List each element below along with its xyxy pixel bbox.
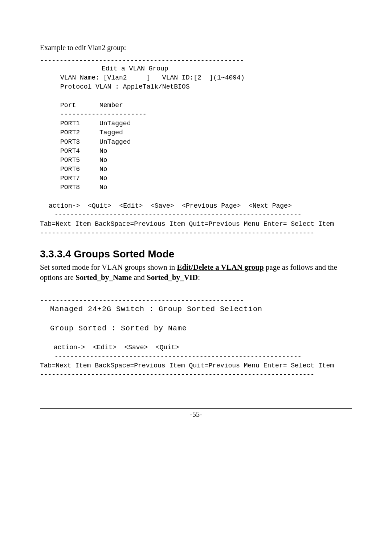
block1-top-dashes: ----------------------------------------…	[40, 57, 352, 64]
page-number: -55-	[40, 408, 352, 419]
block2-title-line: Managed 24+2G Switch : Group Sorted Sele…	[40, 304, 352, 314]
table-row: PORT6 No	[40, 165, 352, 174]
para-end: :	[198, 273, 200, 282]
block2-bottom-dash: ----------------------------------------…	[40, 370, 352, 379]
table-row: PORT4 No	[40, 147, 352, 156]
table-row: PORT7 No	[40, 174, 352, 183]
para-bold2: Sorted_by_VID	[147, 273, 198, 282]
para-bold1: Sorted_by_Name	[75, 273, 132, 282]
block1-title: Edit a VLAN Group	[40, 64, 352, 73]
port-table-header: Port Member	[40, 101, 352, 110]
block1-action-line: action-> <Quit> <Edit> <Save> <Previous …	[40, 201, 352, 211]
intro-text: Example to edit Vlan2 group:	[40, 44, 352, 52]
section-paragraph: Set sorted mode for VLAN groups shown in…	[40, 262, 352, 283]
table-row: PORT5 No	[40, 156, 352, 165]
table-row: PORT2 Tagged	[40, 128, 352, 137]
port-table-dash: ----------------------	[40, 110, 352, 119]
block1-bottom-dash: ----------------------------------------…	[40, 229, 352, 238]
block1-inner-dash: ----------------------------------------…	[40, 211, 352, 220]
group-sorted-line: Group Sorted : Sorted_by_Name	[40, 323, 352, 334]
block2-help-line: Tab=Next Item BackSpace=Previous Item Qu…	[40, 361, 352, 370]
para-part1: Set sorted mode for VLAN groups shown in	[40, 263, 177, 272]
block1-help-line: Tab=Next Item BackSpace=Previous Item Qu…	[40, 220, 352, 229]
table-row: PORT1 UnTagged	[40, 119, 352, 128]
block2-action-line: action-> <Edit> <Save> <Quit>	[40, 343, 352, 352]
protocol-vlan-line: Protocol VLAN : AppleTalk/NetBIOS	[40, 82, 352, 91]
table-row: PORT3 UnTagged	[40, 138, 352, 147]
table-row: PORT8 No	[40, 183, 352, 192]
para-ul-link: Edit/Delete a VLAN group	[177, 263, 264, 272]
section-heading: 3.3.3.4 Groups Sorted Mode	[40, 248, 352, 260]
block2-inner-dash: ----------------------------------------…	[40, 352, 352, 361]
vlan-name-id-line: VLAN Name: [Vlan2 ] VLAN ID:[2 ](1~4094)	[40, 73, 352, 82]
para-mid: and	[132, 273, 147, 282]
block2-top-dashes: ----------------------------------------…	[40, 297, 352, 304]
